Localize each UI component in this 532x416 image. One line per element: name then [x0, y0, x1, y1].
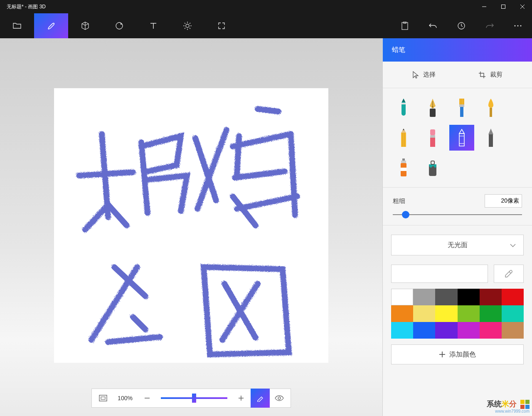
- color-swatch[interactable]: [413, 289, 435, 305]
- more-button[interactable]: [504, 13, 532, 38]
- canvas-tab[interactable]: [204, 13, 239, 38]
- svg-rect-46: [489, 134, 493, 147]
- sun-icon: [183, 21, 192, 30]
- color-swatch[interactable]: [458, 305, 480, 322]
- svg-line-13: [185, 28, 185, 29]
- svg-point-18: [517, 25, 519, 27]
- svg-rect-21: [101, 397, 105, 399]
- view-mode-button[interactable]: [270, 389, 289, 408]
- current-color-display[interactable]: [391, 265, 488, 283]
- brush-fill-bucket[interactable]: [420, 155, 445, 181]
- color-swatch[interactable]: [480, 322, 502, 339]
- svg-point-5: [186, 24, 189, 27]
- svg-point-28: [432, 106, 433, 108]
- zoom-slider[interactable]: [161, 397, 227, 399]
- color-swatch[interactable]: [435, 322, 457, 339]
- svg-rect-50: [401, 168, 406, 171]
- menu-button[interactable]: [0, 13, 34, 38]
- material-label: 无光面: [448, 241, 468, 250]
- select-crop-row: 选择 裁剪: [383, 62, 532, 88]
- select-tool[interactable]: 选择: [412, 71, 436, 79]
- svg-rect-36: [490, 108, 492, 117]
- thickness-label: 粗细: [393, 197, 405, 205]
- thickness-input[interactable]: [485, 194, 522, 208]
- brush-eraser[interactable]: [420, 125, 445, 151]
- brush-pencil[interactable]: [391, 125, 416, 151]
- color-swatch[interactable]: [391, 322, 413, 339]
- add-color-button[interactable]: 添加颜色: [391, 344, 524, 364]
- color-swatch[interactable]: [458, 322, 480, 339]
- history-button[interactable]: [447, 13, 475, 38]
- brush-pixel-pen[interactable]: [478, 125, 503, 151]
- fit-icon: [99, 395, 107, 401]
- eyedropper-button[interactable]: [494, 265, 524, 283]
- color-swatch[interactable]: [413, 322, 435, 339]
- svg-point-25: [278, 397, 281, 399]
- brush-crayon[interactable]: [449, 125, 474, 151]
- thickness-slider-thumb[interactable]: [402, 211, 409, 218]
- brushes-tab[interactable]: [34, 13, 68, 38]
- svg-rect-35: [460, 107, 463, 117]
- undo-icon: [429, 22, 437, 30]
- thickness-row: 粗细: [383, 188, 532, 210]
- maximize-button[interactable]: [494, 0, 513, 13]
- brush-icon: [47, 21, 56, 30]
- color-swatch[interactable]: [435, 305, 457, 322]
- side-panel: 蜡笔 选择 裁剪: [382, 38, 532, 416]
- cube-icon: [81, 21, 89, 30]
- add-color-label: 添加颜色: [449, 350, 476, 359]
- clock-icon: [457, 22, 466, 30]
- brush-spray-can[interactable]: [391, 155, 416, 181]
- brush-watercolor[interactable]: [478, 95, 503, 121]
- fit-screen-button[interactable]: [94, 389, 113, 408]
- minimize-button[interactable]: [475, 0, 494, 13]
- zoom-bar: 100%: [91, 389, 291, 408]
- brush-oil-brush[interactable]: [449, 95, 474, 121]
- color-swatch[interactable]: [480, 305, 502, 322]
- panel-title: 蜡笔: [383, 38, 532, 62]
- close-button[interactable]: [513, 0, 532, 13]
- svg-rect-41: [430, 135, 435, 138]
- color-swatch[interactable]: [480, 289, 502, 305]
- color-swatch[interactable]: [502, 305, 524, 322]
- plus-icon: [238, 395, 244, 401]
- brush-grid: [383, 88, 532, 187]
- window-title: 无标题* - 画图 3D: [0, 3, 475, 10]
- color-swatch[interactable]: [413, 305, 435, 322]
- folder-icon: [13, 22, 21, 30]
- redo-icon: [485, 22, 494, 30]
- redo-button[interactable]: [475, 13, 504, 38]
- color-swatch[interactable]: [391, 289, 413, 305]
- zoom-in-button[interactable]: [232, 389, 251, 408]
- paste-button[interactable]: [391, 13, 419, 38]
- color-tools: [391, 265, 524, 283]
- minus-icon: [144, 395, 150, 401]
- color-swatch[interactable]: [391, 305, 413, 322]
- crop-tool[interactable]: 裁剪: [478, 71, 502, 79]
- zoom-out-button[interactable]: [138, 389, 157, 408]
- zoom-slider-thumb[interactable]: [192, 394, 196, 403]
- svg-rect-1: [502, 5, 505, 9]
- thickness-slider[interactable]: [393, 214, 522, 215]
- edit-mode-button[interactable]: [251, 389, 270, 408]
- svg-point-17: [515, 25, 516, 27]
- color-swatch[interactable]: [502, 289, 524, 305]
- zoom-percentage[interactable]: 100%: [113, 395, 138, 401]
- color-swatch[interactable]: [435, 289, 457, 305]
- ellipsis-icon: [514, 25, 522, 27]
- cursor-icon: [412, 71, 419, 79]
- 3d-shapes-tab[interactable]: [68, 13, 102, 38]
- brush-marker[interactable]: [391, 95, 416, 121]
- svg-rect-48: [401, 161, 406, 163]
- drawing-canvas[interactable]: [54, 88, 328, 363]
- text-tab[interactable]: [136, 13, 170, 38]
- color-swatch[interactable]: [458, 289, 480, 305]
- effects-tab[interactable]: [170, 13, 204, 38]
- material-dropdown[interactable]: 无光面: [391, 235, 524, 255]
- svg-rect-26: [401, 103, 406, 104]
- color-swatch[interactable]: [502, 322, 524, 339]
- undo-button[interactable]: [419, 13, 447, 38]
- stickers-tab[interactable]: [102, 13, 136, 38]
- brush-calligraphy-pen[interactable]: [420, 95, 445, 121]
- svg-line-11: [190, 28, 190, 29]
